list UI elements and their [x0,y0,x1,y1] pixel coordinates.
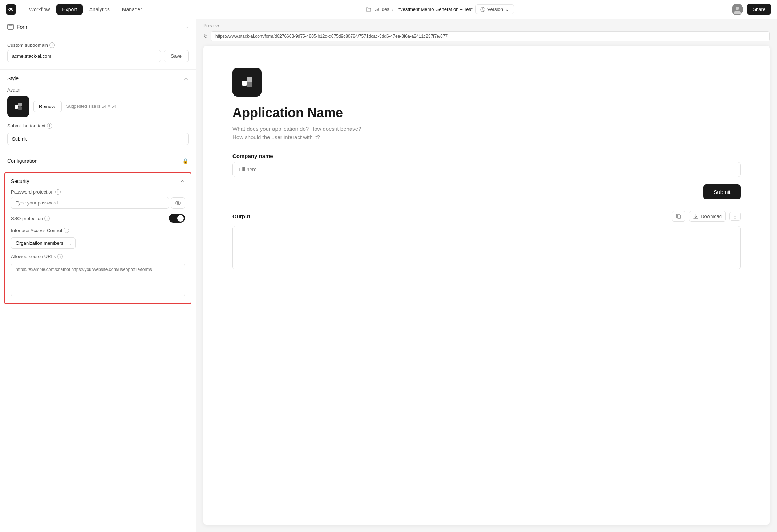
download-icon [693,214,699,219]
form-selector[interactable]: Form ⌄ [0,19,196,35]
top-nav: Workflow Export Analytics Manager Guides… [0,0,777,19]
avatar-label: Avatar [7,87,189,93]
submit-text-label: Submit button text i [7,123,189,129]
sso-toggle-switch[interactable] [169,214,185,223]
nav-right: Share [732,4,771,15]
toggle-password-visibility-button[interactable] [171,197,185,209]
folder-icon [365,7,371,12]
preview-frame: Application Name What does your applicat… [203,46,770,525]
output-actions: Download ⋮ [672,211,741,222]
nav-tabs: Workflow Export Analytics Manager [23,4,148,15]
output-header: Output Download ⋮ [232,211,741,222]
svg-rect-10 [247,77,252,82]
output-label: Output [232,213,250,219]
refresh-icon[interactable]: ↻ [203,33,208,39]
security-section: Security Password protection i [4,172,191,304]
breadcrumb: Guides / Investment Memo Generation – Te… [365,7,472,12]
security-body: Password protection i SSO protection i [5,189,191,303]
breadcrumb-current: Investment Memo Generation – Test [396,7,472,12]
avatar-preview [7,96,29,117]
download-button[interactable]: Download [689,211,726,222]
svg-point-3 [736,7,739,10]
copy-button[interactable] [672,211,685,222]
password-input[interactable] [11,197,169,209]
access-control-label: Interface Access Control i [11,228,185,233]
sso-label: SSO protection i [11,216,50,221]
subdomain-input[interactable] [7,50,161,62]
copy-icon [676,214,681,219]
svg-rect-5 [15,105,18,109]
breadcrumb-folder: Guides [374,7,389,12]
subdomain-row: Save [7,50,189,62]
configuration-section[interactable]: Configuration 🔒 [0,152,196,170]
output-more-button[interactable]: ⋮ [729,212,741,221]
version-button[interactable]: Version ⌄ [475,4,514,14]
style-collapse-icon [183,76,189,81]
url-bar: ↻ https://www.stack-ai.com/form/d8276663… [196,28,777,46]
submit-text-section: Submit button text i [7,123,189,145]
allowed-urls-label: Allowed source URLs i [11,254,185,259]
share-button[interactable]: Share [747,4,771,15]
preview-label: Preview [196,19,777,28]
right-panel: Preview ↻ https://www.stack-ai.com/form/… [196,19,777,532]
tab-export[interactable]: Export [56,4,82,15]
logo [6,4,16,15]
submit-preview-button[interactable]: Submit [703,184,741,199]
svg-rect-9 [242,81,247,86]
subdomain-info-icon[interactable]: i [49,42,55,48]
subdomain-save-button[interactable]: Save [164,50,189,62]
output-content [232,226,741,269]
toggle-thumb [177,215,184,222]
avatar-row: Remove Suggested size is 64 × 64 [7,96,189,117]
company-name-field: Company name [232,153,741,177]
sso-protection-section: SSO protection i [11,214,185,223]
app-logo-icon [238,73,256,91]
access-control-section: Interface Access Control i Organization … [11,228,185,249]
avatar-image [732,4,743,15]
password-protection-section: Password protection i [11,189,185,209]
left-panel: Form ⌄ Custom subdomain i Save Style [0,19,196,532]
breadcrumb-separator: / [392,7,394,12]
app-desc: What does your application do? How does … [232,125,371,141]
nav-center: Guides / Investment Memo Generation – Te… [148,4,732,14]
sso-info-icon[interactable]: i [44,216,50,221]
submit-text-input[interactable] [7,133,189,145]
allowed-urls-info-icon[interactable]: i [57,254,63,259]
remove-avatar-button[interactable]: Remove [33,101,62,112]
subdomain-section: Custom subdomain i Save [0,35,196,70]
form-selector-label: Form [7,24,29,30]
svg-rect-7 [18,106,22,110]
security-collapse-icon [180,179,185,184]
password-row [11,197,185,209]
form-selector-chevron-icon: ⌄ [185,24,189,29]
access-control-select[interactable]: Organization members Anyone Specific use… [11,237,76,249]
tab-manager[interactable]: Manager [116,4,148,15]
sso-toggle[interactable] [169,214,185,223]
company-name-input[interactable] [232,162,741,177]
security-header[interactable]: Security [5,173,191,189]
eye-slash-icon [175,200,181,206]
svg-rect-11 [247,82,252,87]
stack-logo-icon [6,4,16,15]
output-section: Output Download ⋮ [232,211,741,269]
svg-rect-12 [677,215,681,218]
style-section-header[interactable]: Style [0,70,196,87]
main-layout: Form ⌄ Custom subdomain i Save Style [0,19,777,532]
version-label: Version [487,7,503,12]
allowed-urls-textarea[interactable] [11,264,185,296]
user-avatar[interactable] [732,4,743,15]
app-title: Application Name [232,105,741,121]
style-section: Style Avatar Remove Suggest [0,70,196,152]
tab-workflow[interactable]: Workflow [23,4,56,15]
password-info-icon[interactable]: i [55,189,61,195]
allowed-urls-section: Allowed source URLs i [11,254,185,297]
submit-text-info-icon[interactable]: i [47,123,52,129]
tab-analytics[interactable]: Analytics [84,4,116,15]
password-protection-label: Password protection i [11,189,185,195]
access-control-info-icon[interactable]: i [64,228,69,233]
app-icon-large [232,68,262,97]
version-icon [480,7,485,12]
form-icon [7,24,14,30]
configuration-lock-icon: 🔒 [182,158,189,164]
svg-rect-6 [18,103,22,106]
